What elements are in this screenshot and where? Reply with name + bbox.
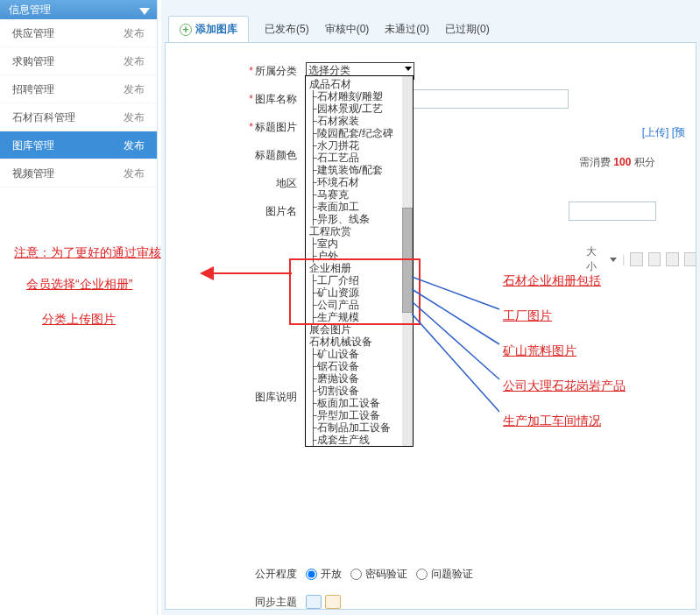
- label-sync: 同步主题: [166, 595, 306, 610]
- main-area: + 添加图库 已发布(5) 审核中(0) 未通过(0) 已过期(0) *所属分类…: [161, 0, 700, 615]
- note-right-4: 生产加工车间情况: [503, 414, 601, 429]
- dropdown-option[interactable]: ├切割设备: [309, 385, 413, 397]
- note-left-3: 分类上传图片: [42, 312, 116, 328]
- sidebar-item-label: 视频管理: [12, 159, 54, 187]
- dropdown-option[interactable]: ├异型加工设备: [309, 409, 413, 421]
- dropdown-option[interactable]: ├建筑装饰/配套: [309, 164, 413, 176]
- sidebar-item[interactable]: 求购管理发布: [0, 47, 157, 75]
- scroll-thumb[interactable]: [402, 208, 413, 313]
- sidebar-publish-link[interactable]: 发布: [124, 47, 145, 74]
- dropdown-option[interactable]: ├室内: [309, 237, 413, 250]
- dropdown-option[interactable]: ├水刀拼花: [309, 139, 413, 152]
- note-right-2: 矿山荒料图片: [503, 343, 576, 359]
- label-image-name: 图片名: [166, 204, 306, 219]
- category-dropdown[interactable]: 成品石材├石材雕刻/雕塑├园林景观/工艺├石材家装├陵园配套/纪念碑├水刀拼花├…: [305, 75, 414, 447]
- tab-add-gallery[interactable]: + 添加图库: [168, 16, 249, 42]
- tab-published[interactable]: 已发布(5): [265, 22, 309, 37]
- dropdown-option[interactable]: ├矿山设备: [309, 348, 413, 360]
- dropdown-option[interactable]: 企业相册: [309, 262, 413, 274]
- video-icon[interactable]: [684, 252, 696, 266]
- radio-question[interactable]: 问题验证: [416, 567, 473, 582]
- dropdown-option[interactable]: ├环境石材: [309, 176, 413, 188]
- sidebar-header[interactable]: 信息管理: [0, 0, 157, 19]
- sidebar-title: 信息管理: [9, 4, 51, 16]
- sync-icon-1[interactable]: [306, 595, 322, 609]
- dropdown-option[interactable]: 石材机械设备: [309, 336, 413, 348]
- tab-expired[interactable]: 已过期(0): [445, 22, 490, 37]
- dropdown-option[interactable]: ├成套生产线: [309, 434, 413, 446]
- tab-add-label: 添加图库: [195, 22, 237, 37]
- note-right-1: 工厂图片: [503, 308, 552, 324]
- label-title-color: 标题颜色: [166, 148, 306, 163]
- svg-marker-0: [139, 8, 150, 15]
- dropdown-option[interactable]: ├陵园配套/纪念碑: [309, 127, 413, 139]
- tab-reviewing[interactable]: 审核中(0): [325, 22, 370, 37]
- points-text: 需消费 100 积分: [579, 155, 655, 170]
- form-panel: *所属分类 选择分类 *图库名称 *标题图片 标题颜色 地区: [165, 42, 696, 610]
- dropdown-option[interactable]: ├石材雕刻/雕塑: [309, 90, 413, 102]
- sidebar-item[interactable]: 图库管理发布: [0, 131, 157, 159]
- sidebar-item[interactable]: 供应管理发布: [0, 19, 157, 47]
- dropdown-option[interactable]: ├工厂介绍: [309, 274, 413, 286]
- dropdown-option[interactable]: 展会图片: [309, 323, 413, 336]
- dropdown-option[interactable]: ├矿山资源: [309, 286, 413, 299]
- caret-down-icon[interactable]: [610, 258, 617, 262]
- dropdown-option[interactable]: ├表面加工: [309, 201, 413, 213]
- sidebar-publish-link[interactable]: 发布: [124, 103, 145, 131]
- note-left-2: 会员选择“企业相册”: [26, 277, 132, 293]
- sidebar-item-label: 供应管理: [12, 19, 54, 46]
- caret-down-icon: [405, 67, 412, 71]
- sidebar-publish-link[interactable]: 发布: [124, 19, 145, 46]
- label-region: 地区: [166, 176, 306, 191]
- editor-size-label: 大小: [586, 244, 605, 274]
- plus-icon: +: [180, 24, 192, 36]
- tabs: + 添加图库 已发布(5) 审核中(0) 未通过(0) 已过期(0): [161, 0, 700, 42]
- emoji-icon[interactable]: [648, 252, 661, 266]
- image-icon[interactable]: [666, 252, 678, 266]
- sync-icon-2[interactable]: [325, 595, 341, 609]
- radio-open[interactable]: 开放: [306, 567, 342, 582]
- sidebar-item[interactable]: 招聘管理发布: [0, 75, 157, 103]
- upload-links: [上传] [预: [642, 125, 685, 140]
- dropdown-option[interactable]: ├石工艺品: [309, 152, 413, 164]
- label-title-image: *标题图片: [166, 120, 306, 135]
- label-name: *图库名称: [166, 92, 306, 107]
- dropdown-option[interactable]: ├户外: [309, 250, 413, 262]
- sidebar-publish-link[interactable]: 发布: [124, 159, 145, 187]
- link-upload[interactable]: [上传]: [642, 126, 669, 138]
- link-preview[interactable]: [预: [672, 126, 685, 138]
- note-right-title: 石材企业相册包括: [503, 273, 601, 289]
- dropdown-option[interactable]: ├磨抛设备: [309, 372, 413, 385]
- sidebar-publish-link[interactable]: 发布: [124, 75, 145, 102]
- dropdown-option[interactable]: ├园林景观/工艺: [309, 102, 413, 115]
- dropdown-option[interactable]: ├马赛克: [309, 188, 413, 201]
- link-icon[interactable]: [630, 252, 642, 266]
- dropdown-option[interactable]: ├异形、线条: [309, 213, 413, 225]
- sidebar-item-label: 招聘管理: [12, 75, 54, 102]
- label-category: *所属分类: [166, 64, 306, 79]
- dropdown-scrollbar[interactable]: [402, 76, 413, 446]
- image-name-input[interactable]: [569, 201, 656, 221]
- label-desc: 图库说明: [166, 390, 306, 405]
- sidebar-item-label: 图库管理: [12, 131, 54, 159]
- sidebar: 信息管理 供应管理发布求购管理发布招聘管理发布石材百科管理发布图库管理发布视频管…: [0, 0, 158, 615]
- radio-pwd[interactable]: 密码验证: [350, 567, 407, 582]
- dropdown-option[interactable]: ├石材家装: [309, 115, 413, 127]
- chevron-down-icon: [139, 4, 150, 23]
- dropdown-option[interactable]: ├板面加工设备: [309, 397, 413, 409]
- tab-rejected[interactable]: 未通过(0): [385, 22, 429, 37]
- sidebar-item-label: 求购管理: [12, 47, 54, 74]
- dropdown-option[interactable]: 工程欣赏: [309, 225, 413, 237]
- note-left-1: 注意：为了更好的通过审核: [14, 245, 161, 261]
- sidebar-publish-link[interactable]: 发布: [124, 131, 145, 159]
- note-right-3: 公司大理石花岗岩产品: [503, 378, 626, 394]
- dropdown-option[interactable]: ├公司产品: [309, 299, 413, 311]
- sidebar-item-label: 石材百科管理: [12, 103, 75, 131]
- dropdown-option[interactable]: ├生产规模: [309, 311, 413, 323]
- sidebar-item[interactable]: 石材百科管理发布: [0, 103, 157, 131]
- dropdown-option[interactable]: ├石制品加工设备: [309, 421, 413, 434]
- publicity-radios: 开放 密码验证 问题验证: [306, 567, 473, 582]
- dropdown-option[interactable]: ├锯石设备: [309, 360, 413, 372]
- sidebar-item[interactable]: 视频管理发布: [0, 159, 157, 187]
- dropdown-option[interactable]: 成品石材: [309, 78, 413, 90]
